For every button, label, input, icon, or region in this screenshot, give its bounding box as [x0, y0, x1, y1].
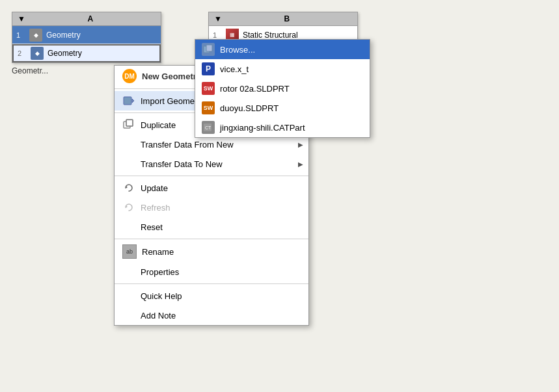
row1-num: 1	[16, 31, 25, 39]
panel-b-header: ▼ B	[209, 12, 357, 26]
rename-label: Rename	[142, 247, 174, 257]
add-note-label: Add Note	[141, 311, 176, 320]
file3-item[interactable]: SW duoyu.SLDPRT	[195, 98, 370, 118]
svg-marker-1	[132, 99, 134, 103]
panel-a-header: ▼ A	[12, 12, 161, 26]
quick-help-item[interactable]: Quick Help	[115, 286, 308, 306]
b-row1-label: Static Structural	[243, 31, 298, 40]
update-label: Update	[141, 183, 168, 193]
duplicate-label: Duplicate	[141, 120, 176, 130]
panel-a: ▼ A 1 ◆ Geometry 2 ◆ Geometry	[12, 12, 161, 63]
add-note-icon	[122, 309, 135, 322]
properties-icon	[122, 265, 135, 278]
drop-arrow-b[interactable]: ▼	[214, 14, 222, 23]
panel-a-col-label: A	[25, 14, 156, 23]
transfer-to-arrow: ▶	[298, 161, 303, 168]
row2-num: 2	[18, 49, 27, 57]
row2-label: Geometry	[48, 49, 82, 58]
duplicate-icon	[122, 118, 135, 131]
refresh-icon	[122, 201, 135, 214]
workbench: ▼ A 1 ◆ Geometry 2 ◆ Geometry Geometr...…	[0, 0, 559, 392]
svg-marker-6	[126, 205, 128, 208]
file4-item[interactable]: CT jingxiang-shili.CATPart	[195, 118, 370, 137]
quick-help-label: Quick Help	[141, 291, 182, 301]
panel-a-row2[interactable]: 2 ◆ Geometry	[12, 44, 161, 62]
file1-label: vice.x_t	[220, 64, 249, 74]
refresh-label: Refresh	[141, 203, 170, 213]
import-geometry-submenu: Browse... P vice.x_t SW rotor 02a.SLDPRT…	[195, 39, 370, 138]
svg-rect-8	[206, 45, 212, 51]
transfer-to-label: Transfer Data To New	[141, 159, 223, 169]
browse-item[interactable]: Browse...	[195, 40, 370, 59]
file2-item[interactable]: SW rotor 02a.SLDPRT	[195, 79, 370, 98]
rename-icon: ab	[122, 244, 137, 259]
separator-4	[115, 239, 308, 239]
file2-label: rotor 02a.SLDPRT	[220, 84, 290, 94]
transfer-to-item[interactable]: Transfer Data To New ▶	[115, 154, 308, 174]
separator-3	[115, 176, 308, 176]
transfer-to-icon	[122, 157, 135, 170]
geometry-icon-2: ◆	[31, 47, 44, 60]
transfer-from-label: Transfer Data From New	[141, 140, 234, 150]
properties-item[interactable]: Properties	[115, 262, 308, 281]
panel-a-row1[interactable]: 1 ◆ Geometry	[12, 26, 161, 44]
file1-item[interactable]: P vice.x_t	[195, 59, 370, 79]
import-geo-icon	[122, 94, 135, 107]
file3-label: duoyu.SLDPRT	[220, 103, 279, 113]
update-item[interactable]: Update	[115, 178, 308, 198]
reset-label: Reset	[141, 222, 163, 232]
update-icon	[122, 181, 135, 194]
svg-marker-5	[126, 186, 128, 189]
file3-icon: SW	[202, 101, 215, 114]
b-row1-num: 1	[213, 31, 222, 39]
rename-item[interactable]: ab Rename	[115, 241, 308, 262]
reset-icon	[122, 220, 135, 233]
panel-b-col-label: B	[222, 14, 352, 23]
add-note-item[interactable]: Add Note	[115, 306, 308, 325]
quick-help-icon	[122, 289, 135, 302]
file4-icon: CT	[202, 121, 215, 134]
svg-rect-0	[124, 97, 131, 105]
file1-icon: P	[202, 62, 215, 75]
row1-label: Geometry	[46, 31, 81, 40]
file4-label: jingxiang-shili.CATPart	[220, 123, 305, 133]
transfer-from-icon	[122, 138, 135, 151]
geo-footer-label: Geometr...	[12, 66, 48, 75]
svg-text:CT: CT	[205, 125, 211, 130]
transfer-from-arrow: ▶	[298, 141, 303, 148]
reset-item[interactable]: Reset	[115, 217, 308, 237]
svg-rect-3	[126, 120, 133, 126]
properties-label: Properties	[141, 267, 179, 277]
browse-label: Browse...	[220, 45, 255, 55]
refresh-item[interactable]: Refresh	[115, 198, 308, 217]
file2-icon: SW	[202, 82, 215, 95]
separator-5	[115, 283, 308, 284]
drop-arrow-a[interactable]: ▼	[18, 14, 25, 23]
geometry-icon-1: ◆	[29, 29, 42, 42]
dm-badge-icon: DM	[122, 69, 137, 83]
browse-icon	[202, 43, 215, 56]
